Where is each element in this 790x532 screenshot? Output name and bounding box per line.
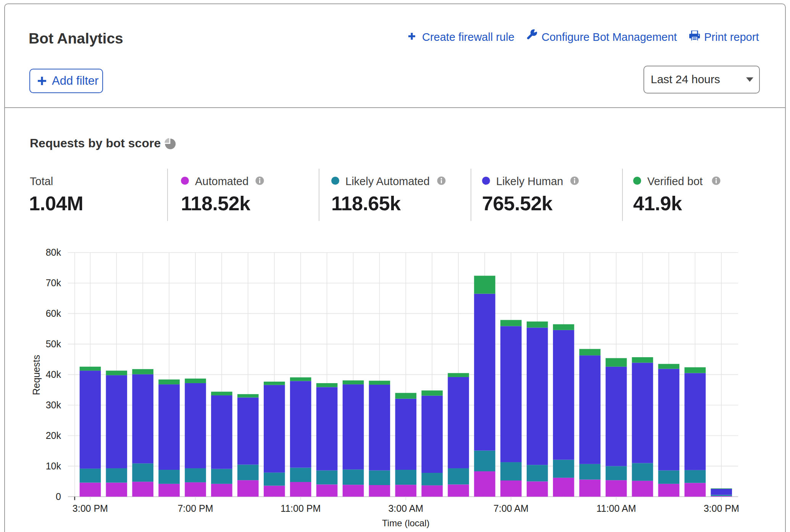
svg-text:60k: 60k — [46, 308, 61, 319]
svg-text:30k: 30k — [46, 400, 61, 410]
svg-text:Requests: Requests — [31, 355, 42, 395]
svg-text:3:00 PM: 3:00 PM — [73, 503, 108, 514]
svg-text:70k: 70k — [46, 277, 61, 288]
svg-text:Time (local): Time (local) — [382, 518, 429, 528]
svg-text:7:00 AM: 7:00 AM — [493, 503, 529, 514]
svg-text:7:00 PM: 7:00 PM — [177, 503, 213, 514]
svg-text:10k: 10k — [46, 461, 61, 471]
svg-text:3:00 AM: 3:00 AM — [388, 503, 423, 514]
svg-text:20k: 20k — [46, 430, 61, 441]
svg-text:3:00 PM: 3:00 PM — [704, 503, 739, 514]
svg-text:80k: 80k — [46, 247, 61, 258]
svg-text:0: 0 — [56, 491, 61, 502]
svg-text:50k: 50k — [46, 339, 61, 349]
svg-text:40k: 40k — [46, 369, 61, 380]
svg-text:11:00 PM: 11:00 PM — [281, 503, 321, 514]
svg-text:11:00 AM: 11:00 AM — [597, 503, 636, 514]
